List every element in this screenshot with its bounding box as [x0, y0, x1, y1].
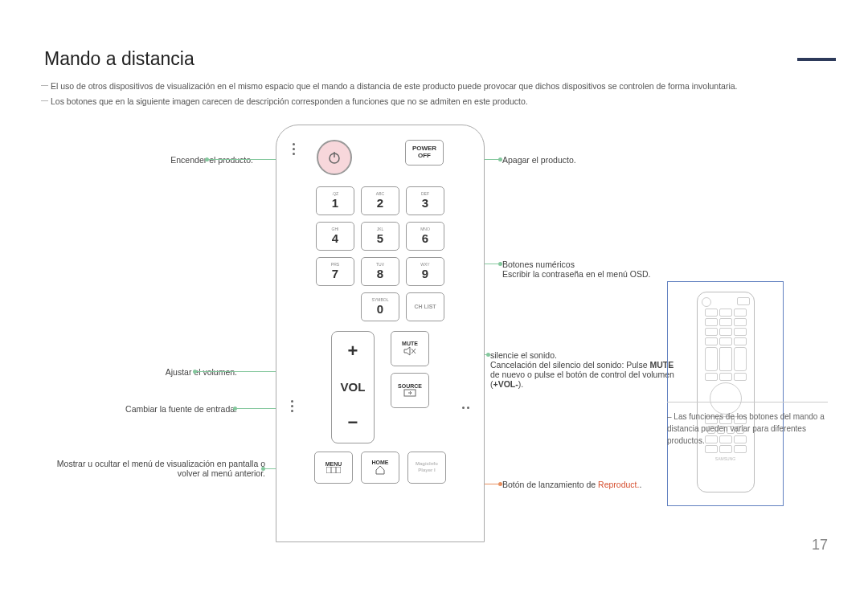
leader-dot — [193, 370, 197, 374]
mute-vol: +VOL- — [493, 379, 518, 389]
key-8[interactable]: TUV8 — [361, 257, 399, 286]
remote-body: POWEROFF .QZ1 ABC2 DEF3 GHI4 JKL5 MNO6 P… — [276, 125, 485, 542]
mute-title: silencie el sonido. — [490, 350, 557, 360]
braille-dots — [462, 407, 469, 409]
leader-dot — [233, 407, 237, 411]
home-button[interactable]: HOME — [361, 452, 399, 484]
label-volume: Ajustar el volumen. — [44, 367, 237, 377]
magicinfo-button[interactable]: MagicInfoPlayer I — [407, 452, 446, 484]
key-6[interactable]: MNO6 — [406, 222, 444, 251]
remote-thumbnail-frame: SAMSUNG — [667, 281, 784, 506]
source-button[interactable]: SOURCE — [391, 373, 429, 408]
mute-d1: Cancelación del silencio del sonido: Pul… — [490, 360, 649, 370]
power-icon — [326, 149, 342, 166]
label-power-off: Apagar el producto. — [502, 155, 576, 165]
remote-thumbnail: SAMSUNG — [697, 292, 755, 492]
page-number: 17 — [812, 537, 828, 554]
vol-plus: + — [348, 341, 358, 362]
note-1: El uso de otros dispositivos de visualiz… — [44, 80, 824, 93]
label-mute: silencie el sonido. Cancelación del sile… — [490, 350, 675, 389]
menu-icon — [326, 467, 341, 473]
leader-dot — [205, 157, 209, 161]
key-1[interactable]: .QZ1 — [316, 186, 354, 215]
power-off-button[interactable]: POWEROFF — [405, 140, 444, 166]
numeric-desc: Escribir la contraseña en el menú OSD. — [502, 269, 650, 279]
mute-button[interactable]: MUTE — [391, 331, 429, 366]
accent-bar — [797, 58, 836, 61]
key-0[interactable]: SYMBOL0 — [361, 292, 399, 321]
key-9[interactable]: WXY9 — [406, 257, 444, 286]
diagram: Encender el producto. Ajustar el volumen… — [44, 125, 824, 542]
braille-dots — [291, 400, 293, 412]
vol-label: VOL — [341, 380, 366, 394]
mi-end: . — [639, 480, 641, 489]
leader-dot — [498, 157, 502, 161]
leader-dot — [486, 353, 490, 357]
mute-icon — [403, 346, 416, 356]
numeric-title: Botones numéricos — [502, 260, 575, 269]
key-3[interactable]: DEF3 — [406, 186, 444, 215]
key-2[interactable]: ABC2 — [361, 186, 399, 215]
key-5[interactable]: JKL5 — [361, 222, 399, 251]
leader-dot — [261, 467, 265, 471]
menu-button[interactable]: MENU — [314, 452, 353, 484]
label-power-on: Encender el producto. — [44, 155, 253, 165]
vol-minus: − — [348, 412, 358, 433]
volume-rocker[interactable]: + VOL − — [331, 331, 375, 443]
leader-dot — [498, 482, 502, 486]
note-2: Los botones que en la siguiente imagen c… — [44, 95, 824, 108]
mi-hi: Reproduct. — [598, 480, 639, 489]
label-magicinfo: Botón de lanzamiento de Reproduct.. — [502, 480, 641, 489]
key-4[interactable]: GHI4 — [316, 222, 354, 251]
footnote: – Las funciones de los botones del mando… — [667, 402, 828, 447]
mute-d3: ). — [518, 379, 523, 389]
label-numeric: Botones numéricos Escribir la contraseña… — [502, 260, 687, 279]
mi-pre: Botón de lanzamiento de — [502, 480, 598, 489]
leader-dot — [498, 262, 502, 266]
source-icon — [403, 389, 416, 397]
label-source: Cambiar la fuente de entrada. — [44, 404, 237, 414]
page-title: Mando a distancia — [44, 48, 824, 70]
key-7[interactable]: PRS7 — [316, 257, 354, 286]
braille-dots — [293, 143, 295, 155]
svg-rect-5 — [326, 467, 341, 473]
power-on-button[interactable] — [317, 140, 352, 175]
ch-list-button[interactable]: CH LIST — [406, 292, 444, 321]
label-menu: Mostrar u ocultar el menú de visualizaci… — [44, 459, 265, 478]
home-icon — [375, 465, 386, 475]
